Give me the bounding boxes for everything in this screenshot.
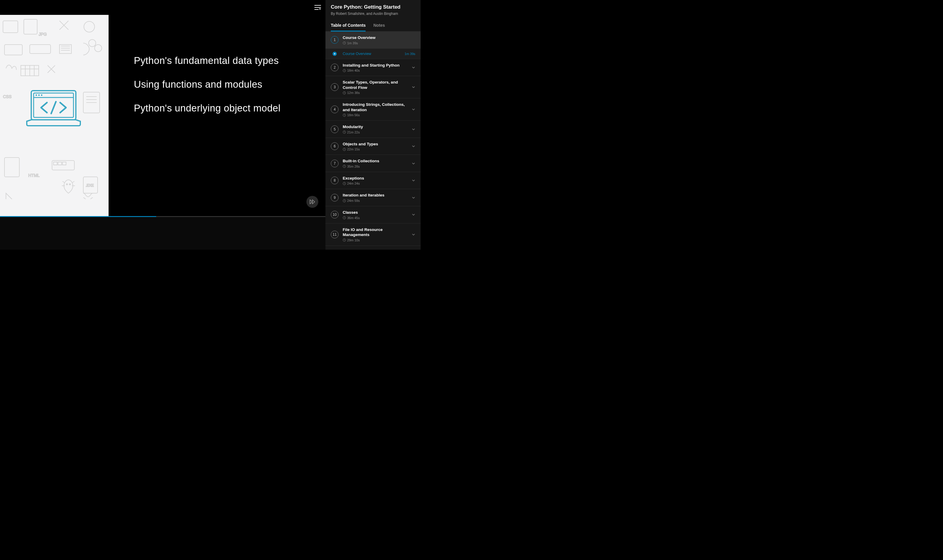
svg-rect-25 bbox=[62, 162, 66, 165]
module-list[interactable]: 1Course Overview1m 39sCourse Overview1m … bbox=[326, 31, 421, 250]
svg-line-42 bbox=[51, 102, 56, 114]
module-info: Classes36m 45s bbox=[343, 210, 407, 220]
svg-point-35 bbox=[94, 45, 102, 52]
svg-line-28 bbox=[62, 181, 65, 183]
module-row[interactable]: 8Exceptions24m 24s bbox=[326, 172, 421, 189]
module-title: Built-in Collections bbox=[343, 158, 407, 164]
module-meta: 24m 24s bbox=[343, 182, 407, 185]
module-row[interactable]: 9Iteration and Iterables24m 59s bbox=[326, 189, 421, 206]
video-progress-bar[interactable] bbox=[0, 216, 326, 217]
svg-marker-43 bbox=[310, 200, 312, 204]
module-number-badge: 2 bbox=[331, 64, 338, 71]
module-row[interactable]: 6Objects and Types22m 15s bbox=[326, 138, 421, 155]
svg-point-7 bbox=[84, 22, 94, 32]
svg-rect-8 bbox=[5, 45, 22, 55]
module-title: Installing and Starting Python bbox=[343, 63, 407, 68]
module-duration: 18m 56s bbox=[347, 113, 360, 117]
svg-rect-4 bbox=[3, 21, 18, 33]
clock-icon bbox=[343, 238, 346, 242]
chevron-down-icon bbox=[412, 178, 415, 182]
module-row[interactable]: 3Scalar Types, Operators, and Control Fl… bbox=[326, 76, 421, 98]
svg-text:JPG: JPG bbox=[39, 32, 47, 37]
svg-point-27 bbox=[69, 184, 71, 185]
svg-rect-9 bbox=[30, 45, 51, 54]
module-info: Scalar Types, Operators, and Control Flo… bbox=[343, 80, 407, 94]
laptop-code-icon bbox=[24, 89, 83, 128]
module-title: Scalar Types, Operators, and Control Flo… bbox=[343, 80, 407, 90]
module-row[interactable]: 5Modularity21m 22s bbox=[326, 121, 421, 138]
module-info: Built-in Collections35m 28s bbox=[343, 158, 407, 168]
module-duration: 12m 38s bbox=[347, 91, 360, 94]
module-info: Course Overview1m 39s bbox=[343, 35, 415, 45]
chevron-down-icon bbox=[412, 128, 415, 131]
skip-forward-icon bbox=[309, 199, 315, 205]
clock-icon bbox=[343, 69, 346, 72]
slide-line-3: Python's underlying object model bbox=[134, 103, 326, 114]
tab-notes[interactable]: Notes bbox=[373, 23, 385, 31]
module-duration: 24m 59s bbox=[347, 199, 360, 202]
module-meta: 24m 59s bbox=[343, 199, 407, 202]
tab-table-of-contents[interactable]: Table of Contents bbox=[331, 23, 366, 31]
skip-forward-button[interactable] bbox=[306, 196, 318, 208]
video-header bbox=[0, 0, 326, 15]
clock-icon bbox=[343, 41, 346, 45]
module-number-badge: 4 bbox=[331, 106, 338, 113]
svg-point-40 bbox=[39, 94, 40, 96]
module-title: Exceptions bbox=[343, 176, 407, 181]
module-row[interactable]: 4Introducing Strings, Collections, and I… bbox=[326, 98, 421, 121]
module-row[interactable]: 7Built-in Collections35m 28s bbox=[326, 155, 421, 172]
module-meta: 35m 28s bbox=[343, 165, 407, 168]
module-number-badge: 8 bbox=[331, 177, 338, 184]
chevron-down-icon bbox=[412, 213, 415, 216]
clock-icon bbox=[343, 114, 346, 117]
svg-rect-23 bbox=[54, 162, 57, 165]
module-title: Introducing Strings, Collections, and It… bbox=[343, 102, 407, 112]
module-title: Classes bbox=[343, 210, 407, 215]
slide-line-2: Using functions and modules bbox=[134, 79, 326, 90]
module-info: Modularity21m 22s bbox=[343, 124, 407, 134]
module-row[interactable]: 10Classes36m 45s bbox=[326, 206, 421, 223]
module-meta: 18m 40s bbox=[343, 69, 407, 72]
module-number-badge: 6 bbox=[331, 142, 338, 150]
module-title: Modularity bbox=[343, 124, 407, 129]
module-duration: 21m 22s bbox=[347, 131, 360, 134]
svg-point-41 bbox=[41, 94, 43, 96]
svg-rect-5 bbox=[24, 19, 37, 34]
svg-text:HTML: HTML bbox=[28, 173, 40, 178]
video-area: JPG CSS HTML bbox=[0, 0, 326, 250]
svg-marker-3 bbox=[319, 8, 321, 10]
video-progress-fill bbox=[0, 216, 156, 217]
module-number-badge: 1 bbox=[331, 36, 338, 44]
svg-point-34 bbox=[89, 40, 96, 47]
module-meta: 12m 38s bbox=[343, 91, 407, 94]
clip-play-indicator bbox=[331, 52, 338, 56]
chevron-down-icon bbox=[412, 145, 415, 148]
module-number-badge: 9 bbox=[331, 194, 338, 202]
module-meta: 29m 10s bbox=[343, 238, 407, 242]
module-duration: 1m 39s bbox=[347, 41, 358, 45]
clip-duration: 1m 39s bbox=[404, 52, 415, 55]
module-row[interactable]: 11File IO and Resource Managements29m 10… bbox=[326, 223, 421, 246]
clock-icon bbox=[343, 182, 346, 185]
module-title: Objects and Types bbox=[343, 142, 407, 147]
slide-decorative-panel: JPG CSS HTML bbox=[0, 15, 109, 216]
chevron-down-icon bbox=[412, 66, 415, 69]
course-byline: By Robert Smallshire, and Austin Bingham bbox=[331, 12, 415, 16]
svg-text:CSS: CSS bbox=[3, 94, 12, 99]
module-row[interactable]: 1Course Overview1m 39s bbox=[326, 31, 421, 49]
module-title: Course Overview bbox=[343, 35, 415, 40]
course-sidebar: Core Python: Getting Started By Robert S… bbox=[326, 0, 421, 250]
clip-row[interactable]: Course Overview1m 39s bbox=[326, 49, 421, 59]
clock-icon bbox=[343, 148, 346, 151]
module-meta: 1m 39s bbox=[343, 41, 415, 45]
video-slide[interactable]: JPG CSS HTML bbox=[0, 15, 326, 216]
module-duration: 35m 28s bbox=[347, 165, 360, 168]
chevron-down-icon bbox=[412, 108, 415, 111]
module-title: File IO and Resource Managements bbox=[343, 227, 407, 237]
module-row[interactable]: 2Installing and Starting Python18m 40s bbox=[326, 59, 421, 76]
chevron-down-icon bbox=[412, 85, 415, 89]
toggle-sidebar-button[interactable] bbox=[313, 3, 323, 12]
clock-icon bbox=[343, 199, 346, 202]
svg-rect-36 bbox=[31, 91, 76, 120]
clip-title: Course Overview bbox=[343, 52, 400, 56]
